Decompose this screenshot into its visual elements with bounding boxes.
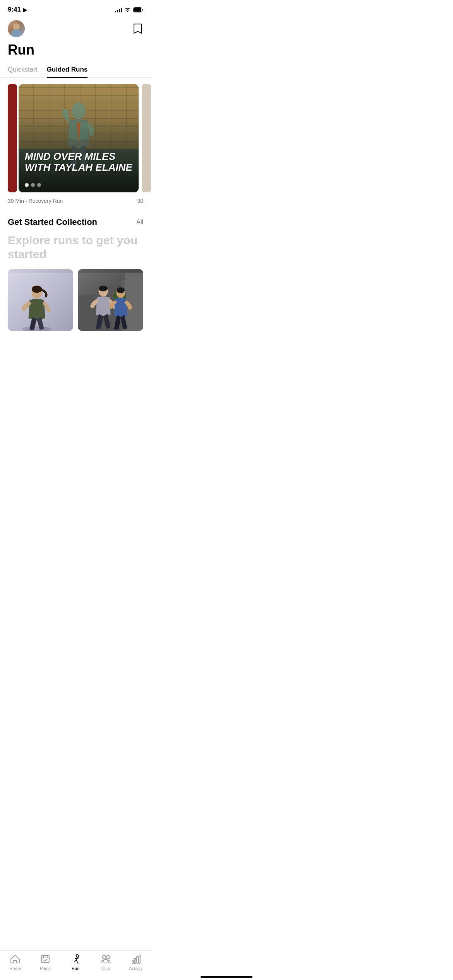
tabs: Quickstart Guided Runs xyxy=(0,66,151,78)
wifi-icon xyxy=(124,7,131,12)
svg-point-15 xyxy=(117,287,125,293)
carousel-prev-peek xyxy=(8,84,17,192)
battery-icon xyxy=(133,7,143,12)
collection-title: Get Started Collection xyxy=(8,217,97,227)
collection-description: Explore runs to get you started xyxy=(0,230,151,269)
run-duration-label: 30 Min · Recovery Run xyxy=(8,198,63,204)
status-time: 9:41 ▶ xyxy=(8,6,27,14)
location-arrow-icon: ▶ xyxy=(23,7,27,13)
svg-point-13 xyxy=(99,286,108,291)
carousel-dot xyxy=(31,183,35,187)
carousel-dots xyxy=(25,183,41,187)
bookmark-icon[interactable] xyxy=(132,23,143,34)
svg-point-6 xyxy=(32,286,42,293)
status-bar: 9:41 ▶ xyxy=(0,0,151,17)
run-subtitle: 30 Min · Recovery Run 30 xyxy=(0,192,151,206)
runner-person-icon xyxy=(8,269,73,331)
avatar[interactable] xyxy=(8,20,25,37)
status-icons xyxy=(115,7,143,12)
tab-guided-runs[interactable]: Guided Runs xyxy=(47,66,88,77)
tab-quickstart[interactable]: Quickstart xyxy=(8,66,38,77)
run-cards xyxy=(0,269,151,370)
carousel: MIND OVER MILES WITH TAYLAH ELAINE xyxy=(0,84,151,192)
signal-icon xyxy=(115,7,122,12)
carousel-dot xyxy=(37,183,41,187)
run-card-right[interactable] xyxy=(78,269,143,331)
page-title: Run xyxy=(0,42,151,66)
collection-header: Get Started Collection All xyxy=(0,206,151,230)
card-text: MIND OVER MILES WITH TAYLAH ELAINE xyxy=(25,151,132,173)
run-card-left[interactable] xyxy=(8,269,73,331)
two-runners-icon xyxy=(78,269,143,331)
header xyxy=(0,17,151,42)
carousel-dot-active xyxy=(25,183,29,187)
collection-all-button[interactable]: All xyxy=(136,219,143,226)
carousel-card[interactable]: MIND OVER MILES WITH TAYLAH ELAINE xyxy=(19,84,139,192)
carousel-next-peek xyxy=(142,84,151,192)
svg-rect-1 xyxy=(134,8,141,12)
run-count-label: 30 xyxy=(137,198,143,204)
